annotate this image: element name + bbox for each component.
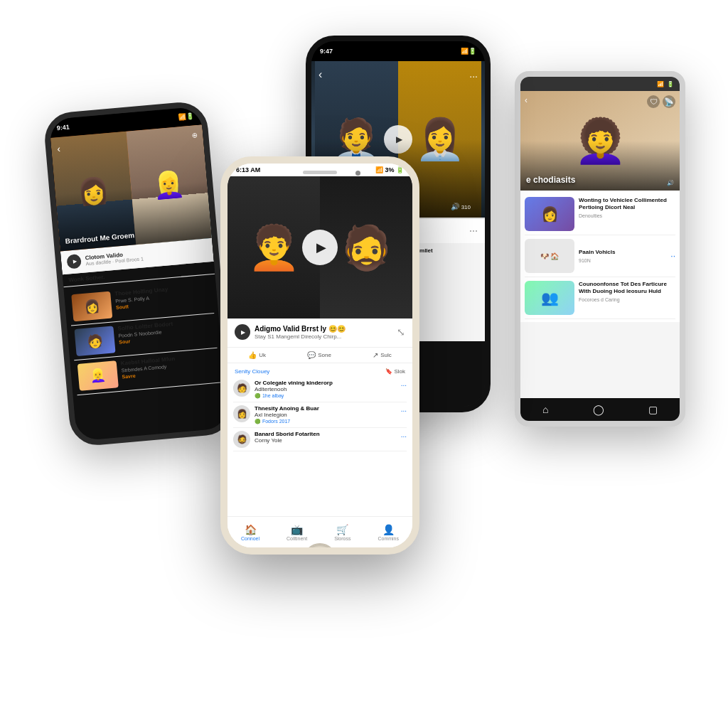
right-list: 👩 Wonting to Vehiclee Collimented Pertio…: [520, 191, 680, 322]
right-list-item-2[interactable]: 👥 Counoonfonse Tot Des Farticure With Du…: [525, 277, 675, 319]
right-dots-1[interactable]: ··: [670, 251, 675, 261]
right-icon-shield[interactable]: 🛡: [647, 95, 660, 108]
front-comment-0[interactable]: 🧑 Or Colegale vining kinderorp Adlterten…: [233, 377, 407, 402]
bl-thumb-1: 🧑: [74, 326, 115, 356]
nav-label-3: Commins: [378, 536, 399, 541]
nav-icon-1: 📺: [291, 524, 303, 535]
meta-icon-1: 🟢: [255, 419, 261, 424]
meta-text-1: Fodors 2017: [262, 419, 290, 424]
nav-icon-3: 👤: [382, 524, 395, 535]
front-see-more-link[interactable]: Senlty Clouey: [235, 368, 269, 375]
share-icon: ↗: [373, 351, 378, 359]
right-thumb-2: 👥: [525, 281, 574, 315]
front-comment-btn[interactable]: 💬 Sone: [307, 351, 331, 359]
right-top-icons: 🛡 📡: [647, 95, 675, 108]
front-comment-name-0: Or Colegale vining kinderorp: [255, 380, 397, 386]
avatar-1-icon: 👩: [237, 409, 247, 419]
like-label: Uk: [259, 352, 266, 358]
front-action-bar: 👍 Uk 💬 Sone ↗ Sulc: [228, 347, 412, 363]
front-share-btn[interactable]: ↗ Sulc: [373, 351, 392, 359]
nav-item-0[interactable]: 🏠 Connoel: [241, 524, 259, 541]
front-comment-name-2: Banard Sborid Fotariten: [255, 431, 397, 437]
nav-label-1: Colltinent: [287, 536, 307, 541]
front-post-play-icon[interactable]: ▶: [235, 324, 250, 340]
right-audio-ctrl[interactable]: 🔊: [667, 180, 674, 186]
nav-icon-2: 🛒: [336, 524, 348, 535]
nav-item-1[interactable]: 📺 Colltinent: [287, 524, 307, 541]
front-slok-area: 🔖 Slok: [385, 368, 405, 375]
front-comment-name-1: Thnesity Anoing & Buar: [255, 405, 397, 412]
right-list-item-1[interactable]: 🐶🏠 Paain Vohicls 910N ··: [525, 235, 675, 277]
front-screen: 6:13 AM 📶 3% 🔋 🧑‍🦱 🧔 ▶: [228, 164, 412, 547]
bl-play-icon[interactable]: [66, 254, 82, 269]
phone-front: 6:13 AM 📶 3% 🔋 🧑‍🦱 🧔 ▶: [220, 156, 419, 555]
front-status-bar: 6:13 AM 📶 3% 🔋: [228, 164, 412, 176]
scene: 9:41 📶🔋 👩 👱‍♀️ ‹ ⊕ Brardrout Me Groem: [0, 0, 728, 728]
right-title-0: Wonting to Vehiclee Collimented Pertioin…: [579, 197, 675, 212]
front-avatar-0: 🧑: [233, 380, 250, 397]
right-back-btn[interactable]: ‹: [525, 95, 528, 105]
front-play-btn[interactable]: [302, 230, 338, 265]
nav-label-0: Connoel: [241, 536, 259, 541]
front-comment-meta-0[interactable]: 🟢 1he albay: [255, 393, 397, 399]
nav-icon-0: 🏠: [245, 524, 257, 535]
right-list-item-0[interactable]: 👩 Wonting to Vehiclee Collimented Pertio…: [525, 193, 675, 235]
nav-item-2[interactable]: 🛒 Sloross: [334, 524, 350, 541]
right-hero[interactable]: 👩‍🦱 ‹ 🛡 📡 e chodiasits 🔊: [520, 91, 680, 191]
front-see-more-bar: Senlty Clouey 🔖 Slok: [228, 366, 412, 377]
front-comment-sub-0: Adltertenooh: [255, 386, 397, 392]
like-icon: 👍: [248, 351, 257, 359]
meta-text-0: 1he albay: [262, 393, 284, 398]
front-slok-label[interactable]: Slok: [394, 368, 405, 375]
bl-thumb-2: 👱‍♀️: [77, 360, 119, 391]
front-more-btn-1[interactable]: ...: [401, 405, 407, 413]
front-avatar-2: 🧔: [233, 431, 250, 448]
bc-time: 9:47: [320, 48, 333, 55]
right-hero-text: e chodiasits: [526, 175, 575, 185]
android-recent[interactable]: ▢: [648, 404, 658, 415]
right-thumb-0: 👩: [525, 197, 574, 231]
meta-icon-0: 🟢: [255, 393, 261, 398]
front-comments-section: 🧑 Or Colegale vining kinderorp Adlterten…: [228, 377, 412, 451]
bc-count: 310: [461, 204, 471, 210]
front-comment-meta-1[interactable]: 🟢 Fodors 2017: [255, 419, 397, 424]
avatar-2-icon: 🧔: [237, 434, 247, 444]
share-label: Sulc: [380, 352, 392, 358]
front-more-btn-0[interactable]: ...: [401, 380, 407, 387]
front-avatar-1: 👩: [233, 405, 250, 422]
front-like-btn[interactable]: 👍 Uk: [248, 351, 266, 359]
front-comment-1[interactable]: 👩 Thnesity Anoing & Buar Axl Inelegion 🟢…: [233, 402, 407, 428]
android-back[interactable]: ◯: [593, 404, 604, 415]
front-comment-body-2: Banard Sborid Fotariten Corny Yole: [255, 431, 397, 444]
bl-status-icons: 📶🔋: [178, 112, 195, 121]
right-camera: [597, 82, 603, 88]
front-time: 6:13 AM: [236, 166, 260, 173]
phone-right-screen: 📶 🔋 👩‍🦱 ‹ 🛡 📡 e chodiasits 🔊: [520, 77, 680, 421]
phone-right: 📶 🔋 👩‍🦱 ‹ 🛡 📡 e chodiasits 🔊: [515, 71, 685, 427]
bc-menu-dots[interactable]: ...: [469, 68, 478, 80]
bl-video-hero[interactable]: 👩 👱‍♀️ ‹ ⊕ Brardrout Me Groem: [50, 124, 212, 251]
right-title-1: Paain Vohicls: [579, 249, 666, 256]
front-post-expand-icon[interactable]: ⤡: [397, 326, 405, 338]
right-battery-icon: 🔋: [667, 81, 674, 87]
comment-icon: 💬: [307, 351, 316, 359]
phone-back-left-screen: 9:41 📶🔋 👩 👱‍♀️ ‹ ⊕ Brardrout Me Groem: [49, 107, 229, 441]
bc-audio-icon[interactable]: 🔊 310: [451, 203, 471, 210]
front-signal: 📶 3% 🔋: [375, 166, 404, 173]
front-comment-sub-1: Axl Inelegion: [255, 412, 397, 418]
nav-item-3[interactable]: 👤 Commins: [378, 524, 399, 541]
right-title-2: Counoonfonse Tot Des Farticure With Duoi…: [579, 281, 675, 296]
right-sub-0: Denoulties: [579, 213, 675, 218]
bc-back-btn[interactable]: ‹: [318, 68, 322, 81]
front-more-btn-2[interactable]: ...: [401, 431, 407, 439]
front-video-area[interactable]: 🧑‍🦱 🧔: [228, 176, 412, 318]
android-home[interactable]: ⌂: [542, 404, 548, 415]
bl-status-time: 9:41: [56, 124, 70, 132]
comment-label: Sone: [318, 352, 331, 358]
right-thumb-1: 🐶🏠: [525, 239, 574, 273]
front-comment-2[interactable]: 🧔 Banard Sborid Fotariten Corny Yole ...: [233, 428, 407, 451]
right-icon-wifi[interactable]: 📡: [663, 95, 675, 108]
nav-label-2: Sloross: [334, 536, 350, 541]
bc-np-dots[interactable]: ⋯: [469, 226, 478, 236]
right-wifi-icon: 📶: [657, 81, 664, 87]
